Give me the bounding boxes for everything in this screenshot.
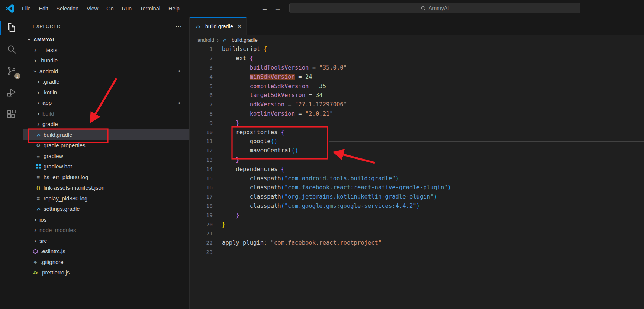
tree-file-gradlew[interactable]: ≡gradlew	[23, 151, 189, 161]
tree-file-build.gradle[interactable]: build.gradle	[23, 129, 189, 140]
js-icon: JS	[32, 270, 39, 274]
tree-file-gradlew.bat[interactable]: gradlew.bat	[23, 161, 189, 172]
tree-item-label: gradle	[42, 121, 58, 127]
tree-folder-.gradle[interactable]: ›.gradle	[23, 77, 189, 87]
tree-file-replay_pid880.log[interactable]: ≡replay_pid880.log	[23, 193, 189, 204]
tree-item-label: ios	[39, 216, 46, 223]
tree-root-ammyai[interactable]: › AMMYAI	[23, 34, 189, 45]
code-line-6[interactable]: 6 targetSdkVersion = 34	[190, 91, 644, 100]
code-line-1[interactable]: 1buildscript {	[190, 45, 644, 54]
tree-folder-gradle[interactable]: ›gradle	[23, 119, 189, 130]
code-line-20[interactable]: 20}	[190, 220, 644, 229]
tree-folder-ios[interactable]: ›ios	[23, 214, 189, 225]
code-line-10[interactable]: 10 repositories {	[190, 128, 644, 137]
gradle-elephant-icon	[35, 206, 42, 212]
command-center-search[interactable]: AmmyAI	[289, 3, 580, 13]
code-line-18[interactable]: 18 classpath("com.google.gms:google-serv…	[190, 202, 644, 211]
activity-run-debug-button[interactable]	[0, 82, 23, 103]
tree-item-label: replay_pid880.log	[44, 195, 87, 202]
tree-item-label: android	[39, 68, 58, 74]
tree-file-link-assets-manifest.json[interactable]: {}link-assets-manifest.json	[23, 183, 189, 193]
line-number: 22	[190, 240, 213, 246]
tree-folder-build[interactable]: ›build	[23, 108, 189, 119]
menu-view[interactable]: View	[83, 0, 102, 17]
line-number: 21	[190, 231, 213, 236]
code-line-text: ndkVersion = "27.1.12297006"	[222, 101, 347, 108]
tree-folder-.bundle[interactable]: ›.bundle	[23, 55, 189, 66]
code-line-8[interactable]: 8 kotlinVersion = "2.0.21"	[190, 109, 644, 119]
tree-folder-__tests__[interactable]: ›__tests__	[23, 45, 189, 55]
code-line-text: buildToolsVersion = "35.0.0"	[222, 64, 347, 71]
line-number: 23	[190, 249, 213, 255]
search-icon	[421, 6, 426, 11]
code-line-4[interactable]: 4 minSdkVersion = 24	[190, 72, 644, 81]
code-line-15[interactable]: 15 classpath("com.android.tools.build:gr…	[190, 174, 644, 183]
tree-file-.prettierrc.js[interactable]: JS.prettierrc.js	[23, 267, 189, 278]
tree-item-label: build.gradle	[44, 132, 73, 138]
chevron-right-icon: ›	[32, 227, 39, 233]
code-line-9[interactable]: 9 }	[190, 118, 644, 128]
tree-file-gradle.properties[interactable]: ⚙gradle.properties	[23, 140, 189, 151]
line-number: 10	[190, 129, 213, 135]
activity-explorer-button[interactable]	[0, 17, 23, 39]
tree-file-.gitignore[interactable]: ◆.gitignore	[23, 257, 189, 267]
gradle-elephant-icon	[35, 132, 42, 138]
code-line-3[interactable]: 3 buildToolsVersion = "35.0.0"	[190, 63, 644, 73]
code-line-17[interactable]: 17 classpath("org.jetbrains.kotlin:kotli…	[190, 192, 644, 202]
file-lines-icon: ≡	[35, 195, 42, 202]
code-line-2[interactable]: 2 ext {	[190, 54, 644, 63]
code-line-13[interactable]: 13 }	[190, 155, 644, 165]
code-line-21[interactable]: 21	[190, 229, 644, 238]
tab-build-gradle[interactable]: build.gradle ×	[190, 17, 247, 35]
code-line-19[interactable]: 19 }	[190, 210, 644, 220]
tree-file-.eslintrc.js[interactable]: .eslintrc.js	[23, 246, 189, 257]
code-line-14[interactable]: 14 dependencies {	[190, 164, 644, 174]
breadcrumb-folder[interactable]: android	[197, 37, 214, 43]
tree-file-hs_err_pid880.log[interactable]: ≡hs_err_pid880.log	[23, 172, 189, 183]
chevron-right-icon: ›	[35, 100, 42, 106]
menu-help[interactable]: Help	[164, 0, 184, 17]
code-line-12[interactable]: 12 mavenCentral()	[190, 146, 644, 155]
code-line-16[interactable]: 16 classpath("com.facebook.react:react-n…	[190, 183, 644, 192]
tree-folder-app[interactable]: ›app●	[23, 98, 189, 109]
tree-folder-.kotlin[interactable]: ›.kotlin	[23, 87, 189, 98]
line-number: 2	[190, 55, 213, 61]
code-line-5[interactable]: 5 compileSdkVersion = 35	[190, 81, 644, 91]
code-line-text: classpath("com.android.tools.build:gradl…	[222, 175, 399, 182]
more-actions-icon[interactable]: ⋯	[176, 23, 182, 29]
line-number: 16	[190, 184, 213, 190]
breadcrumb-file[interactable]: build.gradle	[232, 37, 258, 43]
menu-run[interactable]: Run	[118, 0, 136, 17]
menu-selection[interactable]: Selection	[52, 0, 83, 17]
code-line-22[interactable]: 22apply plugin: "com.facebook.react.root…	[190, 238, 644, 248]
tree-item-label: settings.gradle	[44, 206, 80, 212]
chevron-down-icon: ›	[26, 36, 33, 43]
code-line-11[interactable]: 11 google()	[190, 137, 644, 146]
tree-item-label: .kotlin	[42, 89, 57, 96]
code-area[interactable]: 1buildscript {2 ext {3 buildToolsVersion…	[190, 45, 644, 309]
tab-close-icon[interactable]: ×	[238, 23, 241, 29]
menu-file[interactable]: File	[18, 0, 35, 17]
file-tree: ›__tests__›.bundle›android●›.gradle›.kot…	[23, 45, 189, 309]
forward-arrow-button[interactable]: →	[274, 4, 281, 13]
chevron-right-icon: ›	[32, 238, 39, 244]
menu-edit[interactable]: Edit	[35, 0, 52, 17]
line-number: 4	[190, 74, 213, 80]
extensions-icon	[6, 109, 17, 120]
menu-terminal[interactable]: Terminal	[136, 0, 164, 17]
code-line-text: mavenCentral()	[222, 147, 298, 154]
back-arrow-button[interactable]: ←	[261, 4, 268, 13]
tree-folder-src[interactable]: ›src	[23, 235, 189, 246]
activity-source-control-button[interactable]: 1	[0, 60, 23, 82]
tree-folder-android[interactable]: ›android●	[23, 66, 189, 77]
code-line-7[interactable]: 7 ndkVersion = "27.1.12297006"	[190, 100, 644, 109]
menu-go[interactable]: Go	[102, 0, 117, 17]
code-line-23[interactable]: 23	[190, 248, 644, 257]
tree-folder-node_modules[interactable]: ›node_modules	[23, 225, 189, 236]
activity-extensions-button[interactable]	[0, 103, 23, 125]
line-number: 1	[190, 46, 213, 52]
tree-file-settings.gradle[interactable]: settings.gradle	[23, 204, 189, 215]
activity-search-button[interactable]	[0, 39, 23, 60]
chevron-right-icon: ›	[35, 78, 42, 85]
code-line-text: }	[222, 221, 225, 228]
